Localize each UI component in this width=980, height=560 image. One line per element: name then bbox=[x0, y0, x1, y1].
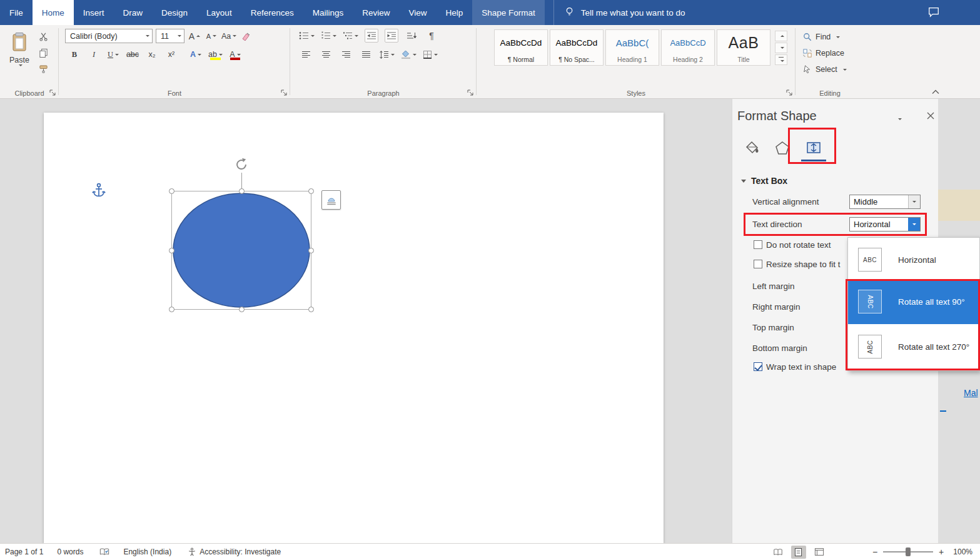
increase-indent-button[interactable] bbox=[385, 29, 398, 43]
rotate-handle-icon[interactable] bbox=[234, 157, 249, 172]
font-size-select[interactable]: 11 bbox=[156, 29, 184, 43]
text-direction-select[interactable]: Horizontal bbox=[849, 217, 921, 232]
style-normal[interactable]: AaBbCcDd ¶ Normal bbox=[494, 29, 548, 66]
resize-handle-se[interactable] bbox=[308, 307, 314, 312]
resize-handle-w[interactable] bbox=[169, 248, 174, 253]
style-no-spacing[interactable]: AaBbCcDd ¶ No Spac... bbox=[550, 29, 604, 66]
web-layout-button[interactable] bbox=[812, 546, 827, 559]
italic-button[interactable]: I bbox=[87, 48, 101, 61]
tab-review[interactable]: Review bbox=[353, 0, 399, 25]
print-layout-button[interactable] bbox=[791, 546, 806, 559]
underline-button[interactable]: U bbox=[106, 48, 120, 61]
do-not-rotate-text-checkbox[interactable] bbox=[754, 240, 762, 249]
resize-handle-nw[interactable] bbox=[169, 188, 174, 194]
resize-shape-to-fit-checkbox[interactable] bbox=[754, 260, 762, 268]
proofing-status-icon[interactable] bbox=[99, 547, 109, 556]
gallery-scroll-up-button[interactable] bbox=[775, 31, 787, 41]
collapse-ribbon-icon[interactable] bbox=[930, 87, 941, 97]
tell-me-box[interactable]: Tell me what you want to do bbox=[553, 0, 980, 25]
tab-layout[interactable]: Layout bbox=[197, 0, 241, 25]
read-mode-button[interactable] bbox=[770, 546, 786, 559]
tab-view[interactable]: View bbox=[399, 0, 436, 25]
effects-tab[interactable] bbox=[770, 135, 795, 161]
word-count[interactable]: 0 words bbox=[57, 547, 83, 556]
font-name-select[interactable]: Calibri (Body) bbox=[65, 29, 153, 43]
font-color-button[interactable]: A bbox=[228, 48, 242, 61]
panel-options-chevron-icon[interactable] bbox=[896, 114, 902, 123]
gallery-scroll-down-button[interactable] bbox=[775, 43, 787, 53]
format-painter-button[interactable] bbox=[36, 63, 50, 75]
clear-formatting-button[interactable] bbox=[240, 29, 253, 43]
find-button[interactable]: Find bbox=[803, 30, 840, 44]
zoom-level[interactable]: 100% bbox=[953, 547, 972, 556]
accessibility-status[interactable]: Accessibility: Investigate bbox=[188, 547, 281, 556]
text-box-section-header[interactable]: Text Box bbox=[741, 176, 787, 186]
resize-handle-n[interactable] bbox=[239, 188, 245, 194]
oval-shape[interactable] bbox=[172, 191, 311, 309]
option-rotate-90[interactable]: ABC Rotate all text 90° bbox=[848, 279, 979, 324]
style-heading-2[interactable]: AaBbCcD Heading 2 bbox=[661, 29, 715, 66]
close-icon[interactable] bbox=[926, 111, 936, 121]
strikethrough-button[interactable]: abc bbox=[126, 48, 139, 61]
resize-handle-e[interactable] bbox=[308, 248, 314, 253]
replace-button[interactable]: Replace bbox=[803, 46, 844, 60]
zoom-slider[interactable] bbox=[883, 551, 933, 552]
paste-button[interactable]: Paste bbox=[5, 28, 34, 84]
tab-design[interactable]: Design bbox=[152, 0, 197, 25]
align-left-button[interactable] bbox=[299, 48, 313, 61]
tab-references[interactable]: References bbox=[241, 0, 303, 25]
zoom-in-icon[interactable]: + bbox=[939, 547, 944, 556]
tab-mailings[interactable]: Mailings bbox=[303, 0, 353, 25]
gallery-more-button[interactable] bbox=[775, 54, 787, 65]
highlight-color-button[interactable]: ab bbox=[208, 48, 223, 61]
show-formatting-marks-button[interactable]: ¶ bbox=[425, 29, 438, 43]
language-indicator[interactable]: English (India) bbox=[123, 547, 171, 556]
change-case-button[interactable]: Aa bbox=[221, 29, 236, 43]
sort-button[interactable] bbox=[405, 29, 418, 43]
style-heading-1[interactable]: AaBbC( Heading 1 bbox=[605, 29, 659, 66]
bold-button[interactable]: B bbox=[68, 48, 81, 61]
zoom-out-icon[interactable]: − bbox=[872, 547, 877, 556]
option-horizontal[interactable]: ABC Horizontal bbox=[848, 240, 979, 279]
line-spacing-button[interactable] bbox=[379, 48, 395, 61]
copy-button[interactable] bbox=[36, 46, 50, 59]
align-right-button[interactable] bbox=[339, 48, 353, 61]
page-indicator[interactable]: Page 1 of 1 bbox=[5, 547, 43, 556]
tab-shape-format[interactable]: Shape Format bbox=[472, 0, 545, 25]
shading-button[interactable] bbox=[401, 48, 417, 61]
hyperlink-fragment[interactable]: Mal bbox=[964, 388, 978, 398]
justify-button[interactable] bbox=[359, 48, 373, 61]
layout-properties-tab[interactable] bbox=[801, 135, 826, 161]
cut-button[interactable] bbox=[36, 30, 50, 43]
multilevel-list-button[interactable] bbox=[343, 29, 358, 43]
resize-handle-s[interactable] bbox=[239, 307, 245, 312]
grow-font-button[interactable]: A bbox=[188, 29, 201, 43]
style-title[interactable]: AaB Title bbox=[717, 29, 770, 66]
option-rotate-270[interactable]: ABC Rotate all text 270° bbox=[848, 324, 979, 369]
tab-insert[interactable]: Insert bbox=[74, 0, 114, 25]
select-button[interactable]: Select bbox=[803, 63, 847, 76]
layout-options-button[interactable] bbox=[321, 190, 341, 210]
subscript-button[interactable]: x₂ bbox=[145, 48, 159, 61]
tab-home[interactable]: Home bbox=[33, 0, 74, 25]
wrap-text-in-shape-checkbox[interactable] bbox=[754, 362, 762, 371]
vertical-alignment-select[interactable]: Middle bbox=[849, 195, 921, 209]
bullets-button[interactable] bbox=[299, 29, 315, 43]
resize-handle-sw[interactable] bbox=[169, 307, 174, 312]
shrink-font-button[interactable]: A bbox=[205, 29, 218, 43]
fill-and-line-tab[interactable] bbox=[740, 135, 765, 161]
decrease-indent-button[interactable] bbox=[365, 29, 378, 43]
comments-icon[interactable] bbox=[927, 6, 940, 21]
zoom-slider-thumb[interactable] bbox=[906, 547, 911, 556]
resize-handle-ne[interactable] bbox=[308, 188, 314, 194]
document-page[interactable] bbox=[44, 113, 664, 543]
borders-button[interactable] bbox=[423, 48, 438, 61]
tab-file[interactable]: File bbox=[0, 0, 33, 25]
tab-help[interactable]: Help bbox=[437, 0, 473, 25]
numbering-button[interactable] bbox=[321, 29, 336, 43]
text-effects-button[interactable]: A bbox=[189, 48, 203, 61]
superscript-button[interactable]: x² bbox=[164, 48, 178, 61]
align-center-button[interactable] bbox=[319, 48, 333, 61]
shape-selection-box[interactable] bbox=[171, 191, 311, 310]
tab-draw[interactable]: Draw bbox=[114, 0, 153, 25]
